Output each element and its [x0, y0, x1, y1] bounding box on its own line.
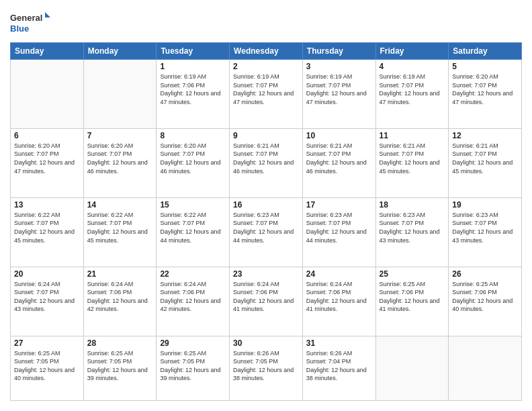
- calendar-cell: 3Sunrise: 6:19 AM Sunset: 7:07 PM Daylig…: [302, 60, 375, 129]
- calendar-cell: 24Sunrise: 6:24 AM Sunset: 7:06 PM Dayli…: [302, 267, 375, 336]
- day-info: Sunrise: 6:19 AM Sunset: 7:07 PM Dayligh…: [233, 73, 299, 106]
- day-number: 1: [160, 62, 226, 71]
- day-number: 31: [306, 338, 372, 348]
- day-info: Sunrise: 6:25 AM Sunset: 7:05 PM Dayligh…: [14, 349, 80, 383]
- calendar-cell: 2Sunrise: 6:19 AM Sunset: 7:07 PM Daylig…: [230, 60, 303, 129]
- day-info: Sunrise: 6:21 AM Sunset: 7:07 PM Dayligh…: [233, 142, 299, 175]
- day-number: 12: [452, 131, 518, 140]
- calendar-week-row: 13Sunrise: 6:22 AM Sunset: 7:07 PM Dayli…: [11, 197, 522, 267]
- day-info: Sunrise: 6:23 AM Sunset: 7:07 PM Dayligh…: [380, 211, 445, 244]
- svg-text:General: General: [10, 13, 42, 23]
- day-number: 18: [380, 200, 445, 210]
- day-info: Sunrise: 6:21 AM Sunset: 7:07 PM Dayligh…: [380, 142, 445, 175]
- day-number: 2: [233, 62, 299, 71]
- day-info: Sunrise: 6:22 AM Sunset: 7:07 PM Dayligh…: [160, 211, 226, 244]
- day-number: 30: [233, 338, 299, 348]
- svg-marker-1: [45, 12, 50, 17]
- day-info: Sunrise: 6:21 AM Sunset: 7:07 PM Dayligh…: [452, 142, 518, 175]
- day-info: Sunrise: 6:22 AM Sunset: 7:07 PM Dayligh…: [87, 211, 153, 244]
- calendar-cell: 22Sunrise: 6:24 AM Sunset: 7:06 PM Dayli…: [157, 267, 230, 336]
- calendar-cell: 10Sunrise: 6:21 AM Sunset: 7:07 PM Dayli…: [302, 128, 375, 197]
- calendar-day-header: Friday: [375, 43, 449, 60]
- day-info: Sunrise: 6:19 AM Sunset: 7:07 PM Dayligh…: [306, 73, 372, 106]
- calendar-week-row: 27Sunrise: 6:25 AM Sunset: 7:05 PM Dayli…: [11, 336, 522, 401]
- calendar-cell: 13Sunrise: 6:22 AM Sunset: 7:07 PM Dayli…: [11, 197, 84, 267]
- calendar-cell: 18Sunrise: 6:23 AM Sunset: 7:07 PM Dayli…: [375, 197, 449, 267]
- calendar-cell: 17Sunrise: 6:23 AM Sunset: 7:07 PM Dayli…: [302, 197, 375, 267]
- day-number: 8: [160, 131, 226, 140]
- calendar-cell: 21Sunrise: 6:24 AM Sunset: 7:06 PM Dayli…: [83, 267, 157, 336]
- calendar-cell: 27Sunrise: 6:25 AM Sunset: 7:05 PM Dayli…: [11, 336, 84, 401]
- calendar-day-header: Tuesday: [157, 43, 230, 60]
- calendar-cell: 31Sunrise: 6:26 AM Sunset: 7:04 PM Dayli…: [302, 336, 375, 401]
- day-number: 22: [160, 269, 226, 279]
- day-info: Sunrise: 6:19 AM Sunset: 7:07 PM Dayligh…: [380, 73, 445, 106]
- calendar-cell: 14Sunrise: 6:22 AM Sunset: 7:07 PM Dayli…: [83, 197, 157, 267]
- day-number: 29: [160, 338, 226, 348]
- day-info: Sunrise: 6:20 AM Sunset: 7:07 PM Dayligh…: [14, 142, 80, 175]
- calendar-day-header: Wednesday: [230, 43, 303, 60]
- day-number: 26: [452, 269, 518, 279]
- day-number: 9: [233, 131, 299, 140]
- day-info: Sunrise: 6:24 AM Sunset: 7:06 PM Dayligh…: [306, 280, 372, 314]
- day-number: 20: [14, 269, 80, 279]
- day-info: Sunrise: 6:21 AM Sunset: 7:07 PM Dayligh…: [306, 142, 372, 175]
- calendar-cell: 19Sunrise: 6:23 AM Sunset: 7:07 PM Dayli…: [449, 197, 522, 267]
- calendar-header-row: SundayMondayTuesdayWednesdayThursdayFrid…: [11, 43, 522, 60]
- day-info: Sunrise: 6:24 AM Sunset: 7:07 PM Dayligh…: [14, 280, 80, 314]
- day-number: 16: [233, 200, 299, 210]
- calendar-cell: 9Sunrise: 6:21 AM Sunset: 7:07 PM Daylig…: [230, 128, 303, 197]
- calendar-cell: 23Sunrise: 6:24 AM Sunset: 7:06 PM Dayli…: [230, 267, 303, 336]
- calendar-week-row: 6Sunrise: 6:20 AM Sunset: 7:07 PM Daylig…: [11, 128, 522, 197]
- day-number: 23: [233, 269, 299, 279]
- day-info: Sunrise: 6:24 AM Sunset: 7:06 PM Dayligh…: [233, 280, 299, 314]
- calendar-week-row: 20Sunrise: 6:24 AM Sunset: 7:07 PM Dayli…: [11, 267, 522, 336]
- calendar-week-row: 1Sunrise: 6:19 AM Sunset: 7:06 PM Daylig…: [11, 60, 522, 129]
- day-number: 25: [380, 269, 445, 279]
- svg-text:Blue: Blue: [10, 24, 29, 34]
- calendar-day-header: Sunday: [11, 43, 84, 60]
- day-info: Sunrise: 6:20 AM Sunset: 7:07 PM Dayligh…: [87, 142, 153, 175]
- calendar-cell: 4Sunrise: 6:19 AM Sunset: 7:07 PM Daylig…: [375, 60, 449, 129]
- day-info: Sunrise: 6:22 AM Sunset: 7:07 PM Dayligh…: [14, 211, 80, 244]
- day-number: 13: [14, 200, 80, 210]
- calendar-cell: 7Sunrise: 6:20 AM Sunset: 7:07 PM Daylig…: [83, 128, 157, 197]
- day-info: Sunrise: 6:24 AM Sunset: 7:06 PM Dayligh…: [160, 280, 226, 314]
- day-number: 14: [87, 200, 153, 210]
- day-info: Sunrise: 6:26 AM Sunset: 7:04 PM Dayligh…: [306, 349, 372, 383]
- calendar-cell: 12Sunrise: 6:21 AM Sunset: 7:07 PM Dayli…: [449, 128, 522, 197]
- day-number: 21: [87, 269, 153, 279]
- day-info: Sunrise: 6:25 AM Sunset: 7:06 PM Dayligh…: [380, 280, 445, 314]
- day-number: 6: [14, 131, 80, 140]
- day-number: 28: [87, 338, 153, 348]
- day-info: Sunrise: 6:25 AM Sunset: 7:06 PM Dayligh…: [452, 280, 518, 314]
- day-info: Sunrise: 6:19 AM Sunset: 7:06 PM Dayligh…: [160, 73, 226, 106]
- calendar-cell: 11Sunrise: 6:21 AM Sunset: 7:07 PM Dayli…: [375, 128, 449, 197]
- day-info: Sunrise: 6:23 AM Sunset: 7:07 PM Dayligh…: [452, 211, 518, 244]
- calendar-cell: 6Sunrise: 6:20 AM Sunset: 7:07 PM Daylig…: [11, 128, 84, 197]
- day-number: 7: [87, 131, 153, 140]
- day-number: 15: [160, 200, 226, 210]
- calendar-cell: [449, 336, 522, 401]
- calendar-cell: [83, 60, 157, 129]
- day-info: Sunrise: 6:23 AM Sunset: 7:07 PM Dayligh…: [233, 211, 299, 244]
- day-number: 27: [14, 338, 80, 348]
- calendar-table: SundayMondayTuesdayWednesdayThursdayFrid…: [10, 42, 522, 401]
- header: General Blue: [10, 10, 522, 37]
- day-number: 4: [380, 62, 445, 71]
- calendar-day-header: Monday: [83, 43, 157, 60]
- calendar-cell: 28Sunrise: 6:25 AM Sunset: 7:05 PM Dayli…: [83, 336, 157, 401]
- logo-svg: General Blue: [10, 10, 57, 37]
- day-info: Sunrise: 6:23 AM Sunset: 7:07 PM Dayligh…: [306, 211, 372, 244]
- calendar-cell: 25Sunrise: 6:25 AM Sunset: 7:06 PM Dayli…: [375, 267, 449, 336]
- calendar-cell: 30Sunrise: 6:26 AM Sunset: 7:05 PM Dayli…: [230, 336, 303, 401]
- day-info: Sunrise: 6:25 AM Sunset: 7:05 PM Dayligh…: [87, 349, 153, 383]
- calendar-day-header: Saturday: [449, 43, 522, 60]
- day-number: 17: [306, 200, 372, 210]
- day-number: 19: [452, 200, 518, 210]
- calendar-cell: 20Sunrise: 6:24 AM Sunset: 7:07 PM Dayli…: [11, 267, 84, 336]
- day-number: 5: [452, 62, 518, 71]
- calendar-cell: 29Sunrise: 6:25 AM Sunset: 7:05 PM Dayli…: [157, 336, 230, 401]
- calendar-cell: 8Sunrise: 6:20 AM Sunset: 7:07 PM Daylig…: [157, 128, 230, 197]
- day-number: 24: [306, 269, 372, 279]
